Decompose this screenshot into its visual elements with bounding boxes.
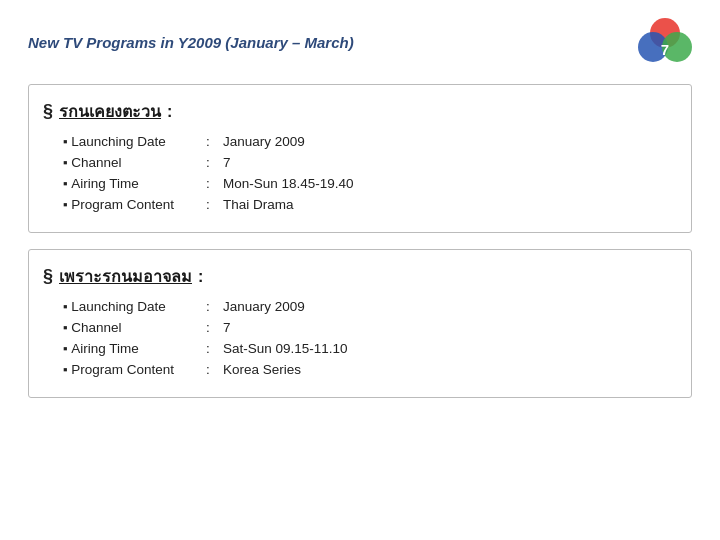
section-title-2: เพราะรกนมอาจลม [59,264,192,289]
detail-value-2-3: Sat-Sun 09.15-11.10 [223,341,348,356]
detail-label-1-4: Program Content [63,197,193,212]
sections-container: §รกนเคยงตะวน:Launching Date:January 2009… [28,84,692,398]
detail-sep-2-1: : [193,299,223,314]
detail-sep-2-2: : [193,320,223,335]
page: New TV Programs in Y2009 (January – Marc… [0,0,720,540]
detail-row-1-4: Program Content:Thai Drama [43,197,673,212]
header: New TV Programs in Y2009 (January – Marc… [28,18,692,66]
detail-value-1-4: Thai Drama [223,197,294,212]
logo-circle-green [662,32,692,62]
section-title-1: รกนเคยงตะวน [59,99,161,124]
detail-label-1-3: Airing Time [63,176,193,191]
detail-label-1-2: Channel [63,155,193,170]
detail-sep-1-4: : [193,197,223,212]
detail-sep-1-2: : [193,155,223,170]
detail-value-2-2: 7 [223,320,231,335]
detail-label-2-3: Airing Time [63,341,193,356]
detail-row-2-3: Airing Time:Sat-Sun 09.15-11.10 [43,341,673,356]
section-bullet-2: § [43,267,53,285]
section-header-2: §เพราะรกนมอาจลม: [43,264,673,289]
detail-value-1-2: 7 [223,155,231,170]
detail-label-2-2: Channel [63,320,193,335]
section-box-1: §รกนเคยงตะวน:Launching Date:January 2009… [28,84,692,233]
detail-row-1-1: Launching Date:January 2009 [43,134,673,149]
page-title: New TV Programs in Y2009 (January – Marc… [28,34,354,51]
detail-row-1-3: Airing Time:Mon-Sun 18.45-19.40 [43,176,673,191]
detail-sep-2-3: : [193,341,223,356]
detail-row-1-2: Channel:7 [43,155,673,170]
section-colon-1: : [167,103,172,121]
section-box-2: §เพราะรกนมอาจลม:Launching Date:January 2… [28,249,692,398]
detail-row-2-2: Channel:7 [43,320,673,335]
detail-value-1-1: January 2009 [223,134,305,149]
detail-value-2-1: January 2009 [223,299,305,314]
detail-label-1-1: Launching Date [63,134,193,149]
detail-label-2-1: Launching Date [63,299,193,314]
detail-row-2-1: Launching Date:January 2009 [43,299,673,314]
detail-label-2-4: Program Content [63,362,193,377]
detail-value-1-3: Mon-Sun 18.45-19.40 [223,176,354,191]
detail-sep-2-4: : [193,362,223,377]
detail-sep-1-3: : [193,176,223,191]
section-header-1: §รกนเคยงตะวน: [43,99,673,124]
logo: 7 [638,18,692,66]
detail-row-2-4: Program Content:Korea Series [43,362,673,377]
section-colon-2: : [198,268,203,286]
section-bullet-1: § [43,102,53,120]
detail-sep-1-1: : [193,134,223,149]
detail-value-2-4: Korea Series [223,362,301,377]
